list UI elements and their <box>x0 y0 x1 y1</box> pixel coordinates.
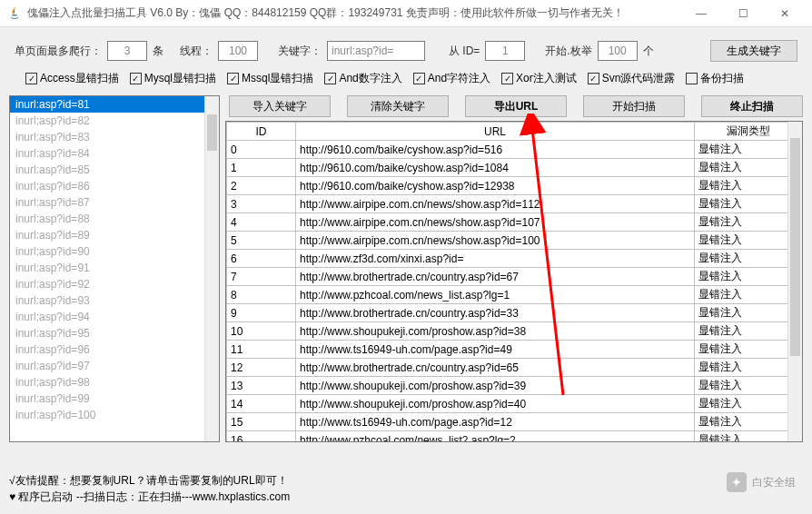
table-row[interactable]: 5http://www.airpipe.com.cn/news/show.asp… <box>227 232 802 250</box>
tiao-label: 条 <box>153 44 163 59</box>
ge-label: 个 <box>643 44 654 59</box>
stop-scan-button[interactable]: 终止扫描 <box>701 95 803 117</box>
list-item[interactable]: inurl:asp?id=98 <box>10 374 219 390</box>
list-item[interactable]: inurl:asp?id=83 <box>10 129 219 145</box>
cell-type: 显错注入 <box>695 250 802 268</box>
minimize-button[interactable]: — <box>681 1 721 26</box>
col-type-header[interactable]: 漏洞类型 <box>695 123 802 141</box>
cell-type: 显错注入 <box>695 322 802 341</box>
table-row[interactable]: 7http://www.brothertrade.cn/country.asp?… <box>227 268 802 286</box>
list-item[interactable]: inurl:asp?id=89 <box>10 227 219 243</box>
results-table[interactable]: ID URL 漏洞类型 0http://9610.com/baike/cysho… <box>226 122 802 442</box>
table-row[interactable]: 6http://www.zf3d.com/xinxi.asp?id=显错注入 <box>227 250 802 268</box>
cell-id: 16 <box>227 431 296 443</box>
enum-count-input[interactable] <box>598 41 638 61</box>
table-row[interactable]: 9http://www.brothertrade.cn/country.asp?… <box>227 304 802 322</box>
cell-type: 显错注入 <box>695 431 802 443</box>
export-url-button[interactable]: 导出URL <box>465 95 567 117</box>
from-id-input[interactable] <box>485 41 525 61</box>
list-item[interactable]: inurl:asp?id=94 <box>10 309 219 325</box>
checkbox-icon[interactable] <box>501 73 513 84</box>
checkbox-icon[interactable] <box>130 73 142 84</box>
scan-option-6[interactable]: Svn源代码泄露 <box>588 71 676 86</box>
keyword-list[interactable]: inurl:asp?id=81inurl:asp?id=82inurl:asp?… <box>9 95 220 442</box>
col-id-header[interactable]: ID <box>227 123 296 141</box>
max-crawl-input[interactable] <box>107 41 147 61</box>
scan-option-7[interactable]: 备份扫描 <box>686 71 744 86</box>
table-row[interactable]: 14http://www.shoupukeji.com/proshow.asp?… <box>227 395 802 413</box>
checkbox-icon[interactable] <box>25 73 37 84</box>
checkbox-icon[interactable] <box>686 73 698 84</box>
close-button[interactable]: ✕ <box>765 1 805 26</box>
table-row[interactable]: 4http://www.airpipe.com.cn/news/show.asp… <box>227 213 802 232</box>
table-row[interactable]: 8http://www.pzhcoal.com/news_list.asp?lg… <box>227 286 802 304</box>
scrollbar[interactable] <box>204 96 219 441</box>
table-row[interactable]: 10http://www.shoupukeji.com/proshow.asp?… <box>227 322 802 341</box>
status-line-1: √友情提醒：想要复制URL？请单击需要复制的URL即可！ <box>9 472 803 489</box>
cell-id: 4 <box>227 213 296 232</box>
cell-type: 显错注入 <box>695 377 802 395</box>
cell-id: 10 <box>227 322 296 341</box>
scan-option-5[interactable]: Xor注入测试 <box>501 71 577 86</box>
list-item[interactable]: inurl:asp?id=88 <box>10 211 219 227</box>
cell-url: http://www.airpipe.com.cn/news/show.asp?… <box>296 213 695 232</box>
list-item[interactable]: inurl:asp?id=91 <box>10 260 219 276</box>
table-row[interactable]: 0http://9610.com/baike/cyshow.asp?id=516… <box>227 141 802 159</box>
checkbox-icon[interactable] <box>588 73 599 84</box>
keyword-label: 关键字： <box>278 44 322 59</box>
maximize-button[interactable]: ☐ <box>723 1 763 26</box>
table-scrollbar[interactable] <box>787 122 802 441</box>
scan-option-2[interactable]: Mssql显错扫描 <box>227 71 313 86</box>
col-url-header[interactable]: URL <box>296 123 695 141</box>
checkbox-icon[interactable] <box>324 73 336 84</box>
scan-option-1[interactable]: Mysql显错扫描 <box>130 71 216 86</box>
threads-input[interactable] <box>218 41 258 61</box>
scan-option-3[interactable]: And数字注入 <box>324 71 401 86</box>
list-item[interactable]: inurl:asp?id=92 <box>10 276 219 292</box>
list-item[interactable]: inurl:asp?id=100 <box>10 407 219 423</box>
scan-option-4[interactable]: And字符注入 <box>413 71 490 86</box>
generate-keyword-button[interactable]: 生成关键字 <box>710 40 797 62</box>
list-item[interactable]: inurl:asp?id=82 <box>10 113 219 129</box>
cell-url: http://www.pzhcoal.com/news_list2.asp?lg… <box>296 431 695 443</box>
list-item[interactable]: inurl:asp?id=85 <box>10 162 219 178</box>
table-row[interactable]: 1http://9610.com/baike/cyshow.asp?id=108… <box>227 159 802 177</box>
cell-url: http://www.brothertrade.cn/country.asp?i… <box>296 268 695 286</box>
cell-url: http://www.shoupukeji.com/proshow.asp?id… <box>296 322 695 341</box>
list-item[interactable]: inurl:asp?id=93 <box>10 292 219 309</box>
checkbox-label: Svn源代码泄露 <box>602 71 676 86</box>
scan-option-0[interactable]: Access显错扫描 <box>25 71 119 86</box>
table-row[interactable]: 13http://www.shoupukeji.com/proshow.asp?… <box>227 377 802 395</box>
list-item[interactable]: inurl:asp?id=87 <box>10 194 219 211</box>
start-scan-button[interactable]: 开始扫描 <box>583 95 685 117</box>
checkbox-icon[interactable] <box>413 73 425 84</box>
cell-id: 3 <box>227 195 296 213</box>
watermark-text: 白安全组 <box>752 475 796 490</box>
cell-url: http://www.ts16949-uh.com/page.asp?id=49 <box>296 341 695 359</box>
table-row[interactable]: 12http://www.brothertrade.cn/country.asp… <box>227 359 802 377</box>
cell-url: http://www.ts16949-uh.com/page.asp?id=12 <box>296 413 695 431</box>
list-item[interactable]: inurl:asp?id=90 <box>10 243 219 260</box>
status-bar: √友情提醒：想要复制URL？请单击需要复制的URL即可！ ♥ 程序已启动 --扫… <box>0 467 812 514</box>
cell-type: 显错注入 <box>695 395 802 413</box>
import-keyword-button[interactable]: 导入关键字 <box>229 95 331 117</box>
list-item[interactable]: inurl:asp?id=95 <box>10 325 219 341</box>
status-line-2: ♥ 程序已启动 --扫描日志：正在扫描---www.hxplastics.com <box>9 489 803 505</box>
checkbox-icon[interactable] <box>227 73 239 84</box>
keyword-input[interactable] <box>327 41 425 61</box>
list-item[interactable]: inurl:asp?id=97 <box>10 358 219 374</box>
list-item[interactable]: inurl:asp?id=86 <box>10 178 219 194</box>
cell-url: http://9610.com/baike/cyshow.asp?id=1293… <box>296 177 695 195</box>
clear-keyword-button[interactable]: 清除关键字 <box>347 95 449 117</box>
list-item[interactable]: inurl:asp?id=96 <box>10 341 219 358</box>
cell-id: 1 <box>227 159 296 177</box>
table-row[interactable]: 2http://9610.com/baike/cyshow.asp?id=129… <box>227 177 802 195</box>
table-row[interactable]: 3http://www.airpipe.com.cn/news/show.asp… <box>227 195 802 213</box>
list-item[interactable]: inurl:asp?id=84 <box>10 145 219 162</box>
table-row[interactable]: 16http://www.pzhcoal.com/news_list2.asp?… <box>227 431 802 443</box>
list-item[interactable]: inurl:asp?id=99 <box>10 390 219 407</box>
cell-url: http://9610.com/baike/cyshow.asp?id=1084 <box>296 159 695 177</box>
table-row[interactable]: 15http://www.ts16949-uh.com/page.asp?id=… <box>227 413 802 431</box>
table-row[interactable]: 11http://www.ts16949-uh.com/page.asp?id=… <box>227 341 802 359</box>
list-item[interactable]: inurl:asp?id=81 <box>10 96 219 113</box>
